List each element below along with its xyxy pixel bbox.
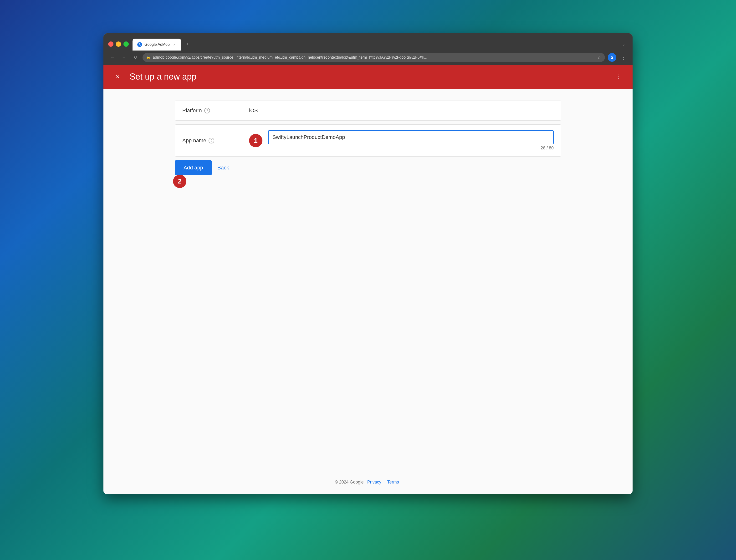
browser-window: A Google AdMob × + ⌄ ← → ↻ 🔒 admob.googl… <box>103 33 633 494</box>
app-name-label-container: App name ? <box>182 137 249 144</box>
app-name-input-wrapper: 26 / 80 <box>268 130 554 151</box>
forward-button[interactable]: → <box>120 53 128 62</box>
tab-label: Google AdMob <box>144 42 170 47</box>
traffic-light-red[interactable] <box>108 41 113 47</box>
back-button[interactable]: ← <box>108 53 117 62</box>
header-more-button[interactable]: ⋮ <box>613 72 623 81</box>
traffic-lights <box>108 41 129 47</box>
reload-button[interactable]: ↻ <box>131 53 140 62</box>
tab-close-button[interactable]: × <box>172 42 176 47</box>
app-name-input[interactable] <box>268 130 554 144</box>
app-name-label: App name <box>182 137 206 144</box>
browser-tab-active[interactable]: A Google AdMob × <box>133 39 181 51</box>
privacy-link[interactable]: Privacy <box>367 480 381 484</box>
new-tab-button[interactable]: + <box>183 40 192 48</box>
tab-expand-icon: ⌄ <box>619 40 628 48</box>
form-actions: Add app Back 2 <box>175 160 561 175</box>
main-content: Platform ? iOS App name ? 1 26 / 80 <box>103 89 633 470</box>
platform-label: Platform <box>182 107 202 114</box>
app-header: × Set up a new app ⋮ <box>103 65 633 89</box>
traffic-light-yellow[interactable] <box>116 41 121 47</box>
platform-value: iOS <box>242 101 561 120</box>
terms-link[interactable]: Terms <box>387 480 399 484</box>
back-button[interactable]: Back <box>217 165 229 171</box>
platform-label-container: Platform ? <box>175 101 242 120</box>
traffic-light-green[interactable] <box>123 41 129 47</box>
address-url: admob.google.com/v2/apps/create?utm_sour… <box>153 55 595 60</box>
app-name-help-icon[interactable]: ? <box>209 138 214 143</box>
char-count: 26 / 80 <box>268 146 554 151</box>
browser-chrome: A Google AdMob × + ⌄ ← → ↻ 🔒 admob.googl… <box>103 33 633 65</box>
lock-icon: 🔒 <box>146 56 150 59</box>
address-bar[interactable]: 🔒 admob.google.com/v2/apps/create?utm_so… <box>143 53 605 62</box>
profile-button[interactable]: S <box>608 53 616 62</box>
browser-titlebar: A Google AdMob × + ⌄ <box>103 33 633 51</box>
copyright: © 2024 Google <box>335 480 363 484</box>
platform-help-icon[interactable]: ? <box>204 108 210 113</box>
step-1-badge: 1 <box>249 134 262 147</box>
bookmark-icon[interactable]: ☆ <box>597 55 601 60</box>
page-title: Set up a new app <box>130 72 613 82</box>
app-content: × Set up a new app ⋮ Platform ? iOS App … <box>103 65 633 494</box>
platform-section: Platform ? iOS <box>175 101 561 121</box>
step-2-badge: 2 <box>173 175 186 188</box>
browser-addressbar: ← → ↻ 🔒 admob.google.com/v2/apps/create?… <box>103 51 633 65</box>
browser-more-button[interactable]: ⋮ <box>619 53 628 62</box>
add-app-button[interactable]: Add app <box>175 160 212 175</box>
app-footer: © 2024 Google Privacy Terms <box>103 470 633 494</box>
browser-tabs: A Google AdMob × + ⌄ <box>133 38 628 51</box>
tab-favicon: A <box>137 42 142 47</box>
app-name-section: App name ? 1 26 / 80 <box>175 124 561 157</box>
close-button[interactable]: × <box>113 72 123 81</box>
